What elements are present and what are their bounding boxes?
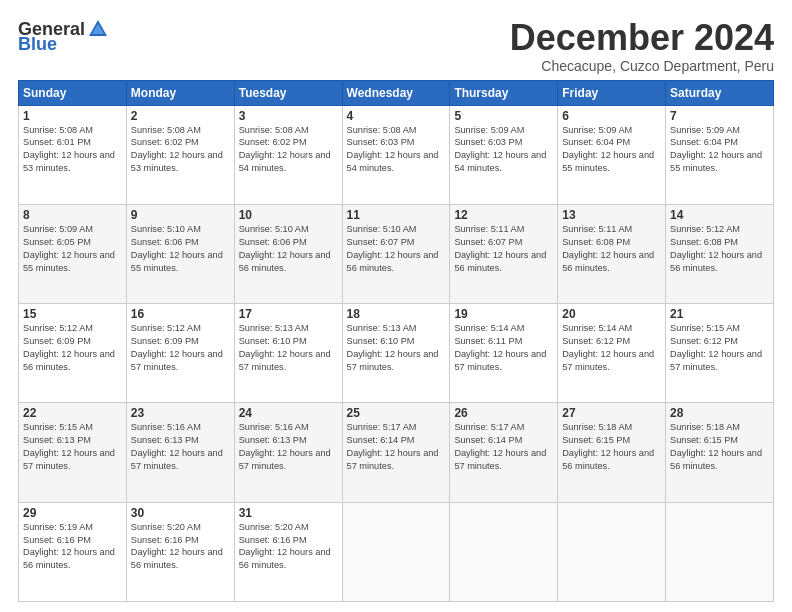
day-number: 7 — [670, 109, 769, 123]
day-cell: 13Sunrise: 5:11 AMSunset: 6:08 PMDayligh… — [558, 204, 666, 303]
day-info: Sunrise: 5:13 AMSunset: 6:10 PMDaylight:… — [239, 322, 338, 374]
day-number: 6 — [562, 109, 661, 123]
day-cell: 7Sunrise: 5:09 AMSunset: 6:04 PMDaylight… — [666, 105, 774, 204]
week-row-2: 8Sunrise: 5:09 AMSunset: 6:05 PMDaylight… — [19, 204, 774, 303]
day-info: Sunrise: 5:13 AMSunset: 6:10 PMDaylight:… — [347, 322, 446, 374]
calendar-body: 1Sunrise: 5:08 AMSunset: 6:01 PMDaylight… — [19, 105, 774, 601]
day-cell: 19Sunrise: 5:14 AMSunset: 6:11 PMDayligh… — [450, 304, 558, 403]
day-cell: 29Sunrise: 5:19 AMSunset: 6:16 PMDayligh… — [19, 502, 127, 601]
day-cell: 15Sunrise: 5:12 AMSunset: 6:09 PMDayligh… — [19, 304, 127, 403]
day-info: Sunrise: 5:08 AMSunset: 6:01 PMDaylight:… — [23, 124, 122, 176]
day-number: 21 — [670, 307, 769, 321]
day-info: Sunrise: 5:14 AMSunset: 6:11 PMDaylight:… — [454, 322, 553, 374]
day-cell — [342, 502, 450, 601]
day-cell: 16Sunrise: 5:12 AMSunset: 6:09 PMDayligh… — [126, 304, 234, 403]
day-cell: 3Sunrise: 5:08 AMSunset: 6:02 PMDaylight… — [234, 105, 342, 204]
day-cell: 30Sunrise: 5:20 AMSunset: 6:16 PMDayligh… — [126, 502, 234, 601]
day-info: Sunrise: 5:12 AMSunset: 6:09 PMDaylight:… — [23, 322, 122, 374]
logo-blue: Blue — [18, 34, 57, 55]
calendar-table: SundayMondayTuesdayWednesdayThursdayFrid… — [18, 80, 774, 602]
day-cell: 6Sunrise: 5:09 AMSunset: 6:04 PMDaylight… — [558, 105, 666, 204]
day-number: 10 — [239, 208, 338, 222]
day-info: Sunrise: 5:12 AMSunset: 6:08 PMDaylight:… — [670, 223, 769, 275]
day-cell: 12Sunrise: 5:11 AMSunset: 6:07 PMDayligh… — [450, 204, 558, 303]
day-cell: 17Sunrise: 5:13 AMSunset: 6:10 PMDayligh… — [234, 304, 342, 403]
day-number: 11 — [347, 208, 446, 222]
day-cell — [558, 502, 666, 601]
week-row-4: 22Sunrise: 5:15 AMSunset: 6:13 PMDayligh… — [19, 403, 774, 502]
day-info: Sunrise: 5:09 AMSunset: 6:04 PMDaylight:… — [670, 124, 769, 176]
day-info: Sunrise: 5:18 AMSunset: 6:15 PMDaylight:… — [562, 421, 661, 473]
day-number: 2 — [131, 109, 230, 123]
day-cell — [666, 502, 774, 601]
day-info: Sunrise: 5:11 AMSunset: 6:07 PMDaylight:… — [454, 223, 553, 275]
day-cell — [450, 502, 558, 601]
column-header-sunday: Sunday — [19, 80, 127, 105]
day-info: Sunrise: 5:20 AMSunset: 6:16 PMDaylight:… — [239, 521, 338, 573]
day-cell: 1Sunrise: 5:08 AMSunset: 6:01 PMDaylight… — [19, 105, 127, 204]
day-cell: 4Sunrise: 5:08 AMSunset: 6:03 PMDaylight… — [342, 105, 450, 204]
location-title: Checacupe, Cuzco Department, Peru — [510, 58, 774, 74]
day-number: 29 — [23, 506, 122, 520]
day-cell: 25Sunrise: 5:17 AMSunset: 6:14 PMDayligh… — [342, 403, 450, 502]
column-header-monday: Monday — [126, 80, 234, 105]
logo-icon — [87, 18, 109, 40]
day-info: Sunrise: 5:17 AMSunset: 6:14 PMDaylight:… — [347, 421, 446, 473]
day-info: Sunrise: 5:08 AMSunset: 6:03 PMDaylight:… — [347, 124, 446, 176]
column-header-wednesday: Wednesday — [342, 80, 450, 105]
day-number: 3 — [239, 109, 338, 123]
day-number: 25 — [347, 406, 446, 420]
column-header-friday: Friday — [558, 80, 666, 105]
day-number: 18 — [347, 307, 446, 321]
column-header-thursday: Thursday — [450, 80, 558, 105]
calendar-header-row: SundayMondayTuesdayWednesdayThursdayFrid… — [19, 80, 774, 105]
day-number: 13 — [562, 208, 661, 222]
week-row-1: 1Sunrise: 5:08 AMSunset: 6:01 PMDaylight… — [19, 105, 774, 204]
day-info: Sunrise: 5:08 AMSunset: 6:02 PMDaylight:… — [239, 124, 338, 176]
day-number: 14 — [670, 208, 769, 222]
page: General Blue December 2024 Checacupe, Cu… — [0, 0, 792, 612]
day-cell: 8Sunrise: 5:09 AMSunset: 6:05 PMDaylight… — [19, 204, 127, 303]
day-cell: 22Sunrise: 5:15 AMSunset: 6:13 PMDayligh… — [19, 403, 127, 502]
day-number: 1 — [23, 109, 122, 123]
day-info: Sunrise: 5:15 AMSunset: 6:13 PMDaylight:… — [23, 421, 122, 473]
day-number: 24 — [239, 406, 338, 420]
day-info: Sunrise: 5:15 AMSunset: 6:12 PMDaylight:… — [670, 322, 769, 374]
day-number: 30 — [131, 506, 230, 520]
day-number: 22 — [23, 406, 122, 420]
day-number: 16 — [131, 307, 230, 321]
column-header-saturday: Saturday — [666, 80, 774, 105]
day-number: 19 — [454, 307, 553, 321]
day-cell: 5Sunrise: 5:09 AMSunset: 6:03 PMDaylight… — [450, 105, 558, 204]
day-info: Sunrise: 5:18 AMSunset: 6:15 PMDaylight:… — [670, 421, 769, 473]
day-cell: 11Sunrise: 5:10 AMSunset: 6:07 PMDayligh… — [342, 204, 450, 303]
day-info: Sunrise: 5:19 AMSunset: 6:16 PMDaylight:… — [23, 521, 122, 573]
day-cell: 31Sunrise: 5:20 AMSunset: 6:16 PMDayligh… — [234, 502, 342, 601]
month-title: December 2024 — [510, 18, 774, 58]
day-cell: 27Sunrise: 5:18 AMSunset: 6:15 PMDayligh… — [558, 403, 666, 502]
day-number: 27 — [562, 406, 661, 420]
day-info: Sunrise: 5:09 AMSunset: 6:03 PMDaylight:… — [454, 124, 553, 176]
day-number: 20 — [562, 307, 661, 321]
day-number: 26 — [454, 406, 553, 420]
column-header-tuesday: Tuesday — [234, 80, 342, 105]
day-cell: 2Sunrise: 5:08 AMSunset: 6:02 PMDaylight… — [126, 105, 234, 204]
day-number: 15 — [23, 307, 122, 321]
day-info: Sunrise: 5:14 AMSunset: 6:12 PMDaylight:… — [562, 322, 661, 374]
day-number: 8 — [23, 208, 122, 222]
day-number: 31 — [239, 506, 338, 520]
day-number: 17 — [239, 307, 338, 321]
day-info: Sunrise: 5:10 AMSunset: 6:06 PMDaylight:… — [131, 223, 230, 275]
day-info: Sunrise: 5:16 AMSunset: 6:13 PMDaylight:… — [131, 421, 230, 473]
day-info: Sunrise: 5:16 AMSunset: 6:13 PMDaylight:… — [239, 421, 338, 473]
header: General Blue December 2024 Checacupe, Cu… — [18, 18, 774, 74]
day-info: Sunrise: 5:11 AMSunset: 6:08 PMDaylight:… — [562, 223, 661, 275]
day-cell: 14Sunrise: 5:12 AMSunset: 6:08 PMDayligh… — [666, 204, 774, 303]
day-cell: 18Sunrise: 5:13 AMSunset: 6:10 PMDayligh… — [342, 304, 450, 403]
day-number: 23 — [131, 406, 230, 420]
day-info: Sunrise: 5:20 AMSunset: 6:16 PMDaylight:… — [131, 521, 230, 573]
day-cell: 20Sunrise: 5:14 AMSunset: 6:12 PMDayligh… — [558, 304, 666, 403]
day-number: 5 — [454, 109, 553, 123]
day-info: Sunrise: 5:09 AMSunset: 6:04 PMDaylight:… — [562, 124, 661, 176]
day-info: Sunrise: 5:17 AMSunset: 6:14 PMDaylight:… — [454, 421, 553, 473]
